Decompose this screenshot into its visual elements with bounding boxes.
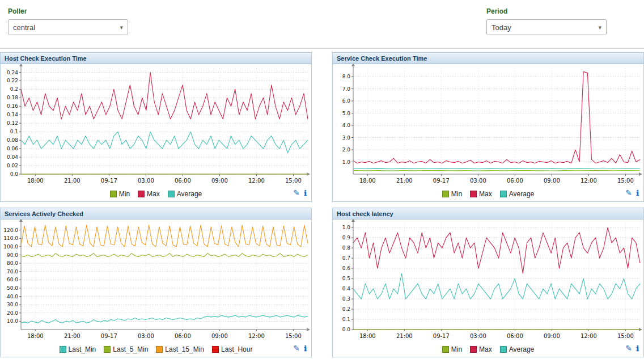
svg-text:8.0: 8.0 <box>342 74 351 79</box>
svg-text:7.0: 7.0 <box>342 86 351 92</box>
svg-text:2.0: 2.0 <box>342 147 351 153</box>
chart-tools: ✎ ℹ <box>625 189 639 197</box>
chart-legend: MinMaxAverage <box>106 189 206 200</box>
legend-item[interactable]: Min <box>442 345 462 353</box>
legend-swatch <box>442 191 449 197</box>
legend-label: Min <box>451 345 462 353</box>
svg-text:100.0: 100.0 <box>3 244 18 250</box>
poller-label: Poller <box>8 7 128 15</box>
legend-item[interactable]: Average <box>168 190 202 198</box>
panel-host-check-latency: Host check latency 18:0021:0009-1703:000… <box>332 208 644 357</box>
panel-footer: Last_MinLast_5_MinLast_15_MinLast_Hour ✎… <box>1 343 311 357</box>
legend-label: Average <box>509 190 534 198</box>
svg-text:0.4: 0.4 <box>342 286 351 292</box>
legend-swatch <box>138 191 145 197</box>
info-icon[interactable]: ℹ <box>636 189 639 197</box>
panel-header: Host check latency <box>333 208 643 220</box>
svg-text:0.2: 0.2 <box>10 86 18 92</box>
svg-text:120.0: 120.0 <box>3 227 18 233</box>
poller-select[interactable]: central ▾ <box>8 19 128 35</box>
service-check-execution-time-chart[interactable]: 18:0021:0009-1703:0006:0009:0012:0015:00… <box>333 64 643 188</box>
svg-text:03:00: 03:00 <box>138 178 154 184</box>
legend-label: Last_Hour <box>221 345 252 353</box>
info-icon[interactable]: ℹ <box>304 189 307 197</box>
legend-item[interactable]: Max <box>138 190 160 198</box>
svg-text:21:00: 21:00 <box>64 333 80 339</box>
info-icon[interactable]: ℹ <box>304 345 307 352</box>
legend-item[interactable]: Last_5_Min <box>104 345 148 353</box>
poller-selected-value: central <box>13 23 120 32</box>
legend-swatch <box>500 346 507 353</box>
panel-title: Host check latency <box>337 210 393 217</box>
legend-label: Last_15_Min <box>165 345 204 353</box>
svg-text:18:00: 18:00 <box>27 333 44 339</box>
svg-text:09:00: 09:00 <box>544 333 560 339</box>
period-label: Period <box>486 7 607 15</box>
legend-swatch <box>470 191 477 197</box>
panel-service-check-execution-time: Service Check Execution Time 18:0021:000… <box>332 52 644 202</box>
legend-item[interactable]: Last_Hour <box>212 345 252 353</box>
svg-text:0.18: 0.18 <box>7 95 18 100</box>
legend-label: Max <box>479 345 492 353</box>
host-check-execution-time-chart[interactable]: 18:0021:0009-1703:0006:0009:0012:0015:00… <box>1 64 311 188</box>
svg-text:10.0: 10.0 <box>7 318 18 324</box>
legend-swatch <box>500 191 507 197</box>
svg-text:12:00: 12:00 <box>248 178 265 184</box>
svg-text:40.0: 40.0 <box>7 294 18 299</box>
legend-item[interactable]: Min <box>110 190 130 198</box>
host-check-latency-chart[interactable]: 18:0021:0009-1703:0006:0009:0012:0015:00… <box>333 220 643 343</box>
edit-icon[interactable]: ✎ <box>293 189 300 197</box>
svg-text:0.6: 0.6 <box>342 265 351 271</box>
svg-text:15:00: 15:00 <box>617 178 634 184</box>
svg-text:03:00: 03:00 <box>138 333 154 339</box>
legend-item[interactable]: Max <box>470 190 492 198</box>
svg-text:18:00: 18:00 <box>359 178 376 184</box>
legend-swatch <box>60 346 66 353</box>
legend-label: Min <box>119 190 130 198</box>
svg-text:0.06: 0.06 <box>7 146 18 151</box>
chart-legend: MinMaxAverage <box>438 345 539 355</box>
svg-text:110.0: 110.0 <box>3 235 18 241</box>
svg-text:3.0: 3.0 <box>342 135 351 141</box>
svg-text:0.2: 0.2 <box>342 306 350 312</box>
svg-text:90.0: 90.0 <box>7 252 18 258</box>
legend-item[interactable]: Average <box>500 190 534 198</box>
svg-text:21:00: 21:00 <box>396 333 413 339</box>
dashboard: Poller central ▾ Period Today ▾ Host Che… <box>0 0 644 363</box>
legend-item[interactable]: Last_15_Min <box>156 345 204 353</box>
svg-text:0.9: 0.9 <box>342 235 351 240</box>
services-actively-checked-chart[interactable]: 18:0021:0009-1703:0006:0009:0012:0015:00… <box>1 220 311 343</box>
svg-text:12:00: 12:00 <box>581 178 597 184</box>
edit-icon[interactable]: ✎ <box>293 344 300 352</box>
legend-item[interactable]: Max <box>470 345 492 353</box>
edit-icon[interactable]: ✎ <box>625 189 632 197</box>
svg-text:18:00: 18:00 <box>27 178 44 184</box>
svg-text:50.0: 50.0 <box>7 285 18 291</box>
period-select[interactable]: Today ▾ <box>486 19 607 35</box>
svg-text:5.0: 5.0 <box>342 111 351 116</box>
panel-header: Services Actively Checked <box>1 208 311 220</box>
svg-text:15:00: 15:00 <box>285 178 302 184</box>
svg-text:0.08: 0.08 <box>7 137 18 143</box>
svg-text:0.7: 0.7 <box>342 255 350 261</box>
panel-title: Service Check Execution Time <box>337 55 427 62</box>
legend-item[interactable]: Average <box>500 345 534 353</box>
chevron-down-icon: ▾ <box>120 24 123 31</box>
panel-host-check-execution-time: Host Check Execution Time 18:0021:0009-1… <box>0 52 312 202</box>
legend-swatch <box>470 346 477 353</box>
chart-legend: Last_MinLast_5_MinLast_15_MinLast_Hour <box>56 345 257 355</box>
legend-item[interactable]: Min <box>442 190 462 198</box>
svg-text:09-17: 09-17 <box>433 333 450 339</box>
svg-text:0.24: 0.24 <box>7 70 18 75</box>
legend-item[interactable]: Last_Min <box>60 345 96 353</box>
panel-title: Host Check Execution Time <box>5 55 87 62</box>
edit-icon[interactable]: ✎ <box>625 344 632 352</box>
info-icon[interactable]: ℹ <box>636 345 639 352</box>
legend-swatch <box>442 346 449 353</box>
svg-text:12:00: 12:00 <box>248 333 265 339</box>
svg-text:0.12: 0.12 <box>7 120 18 126</box>
panel-header: Service Check Execution Time <box>333 53 643 64</box>
svg-text:1.0: 1.0 <box>342 225 351 230</box>
chart-tools: ✎ ℹ <box>293 344 307 352</box>
legend-label: Average <box>177 190 202 198</box>
